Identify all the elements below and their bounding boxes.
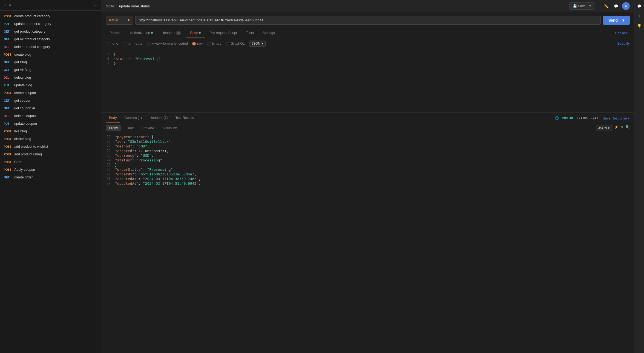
sidebar-item[interactable]: POSTCart [0, 158, 101, 166]
method-select[interactable]: POST ▾ [106, 16, 133, 25]
beautify-button[interactable]: Beautify [617, 42, 630, 45]
response-line-number: 20 [101, 140, 115, 143]
breadcrumb-root[interactable]: digitic [106, 4, 115, 8]
add-icon[interactable]: + [4, 3, 6, 8]
format-tab-pretty[interactable]: Pretty [106, 125, 121, 131]
body-option-binary[interactable]: binary [207, 42, 221, 45]
json-type-select[interactable]: JSON ▾ [249, 41, 266, 47]
request-tab-params[interactable]: Params [106, 28, 125, 38]
format-tab-raw[interactable]: Raw [123, 125, 137, 131]
method-badge: DEL [4, 45, 13, 49]
method-badge: PUT [4, 22, 13, 25]
response-line: 25 }, [101, 163, 634, 167]
filter-response-icon[interactable]: ⚡ [614, 125, 619, 131]
body-option-GraphQL[interactable]: GraphQL [226, 42, 245, 45]
sidebar-item[interactable]: POSTlike blog [0, 127, 101, 135]
line-content: "status": "Processing" [114, 57, 161, 61]
sidebar-item[interactable]: GETget coupon all [0, 104, 101, 112]
sidebar-item[interactable]: POSTcreate product category [0, 12, 101, 20]
method-badge: PUT [4, 84, 13, 87]
body-option-form-data[interactable]: form-data [123, 42, 142, 45]
sidebar-item[interactable]: GETget product category [0, 28, 101, 35]
right-panel-icon-3[interactable]: 💡 [636, 22, 643, 30]
method-badge: POST [4, 138, 13, 141]
send-button[interactable]: Send ▾ [603, 16, 630, 25]
line-content: { [114, 52, 116, 56]
editor-line: 3} [101, 61, 634, 66]
save-dropdown-icon[interactable]: ▾ [587, 4, 591, 8]
editor-line: 1{ [101, 52, 634, 56]
sidebar-header: + ≡ ··· [0, 0, 101, 11]
page-title: update order status [119, 4, 150, 8]
response-json-select[interactable]: JSON ▾ [596, 125, 612, 131]
send-dropdown-icon[interactable]: ▾ [620, 18, 624, 22]
response-body: 19 "paymentIntent": {20 "id": "83m5ml10w… [101, 133, 634, 353]
response-format-bar: PrettyRawPreviewVisualize JSON ▾ ⚡ ⧉ 🔍 [101, 123, 634, 133]
sidebar-item[interactable]: POSTcreate blog [0, 51, 101, 58]
copy-response-icon[interactable]: ⧉ [621, 125, 623, 131]
sidebar-item[interactable]: POSTadd product to wishlist [0, 143, 101, 150]
sidebar-item[interactable]: DELdelete product category [0, 43, 101, 51]
search-response-icon[interactable]: 🔍 [625, 125, 630, 131]
profile-icon[interactable]: A [622, 2, 630, 10]
item-label: get Blog [14, 60, 27, 64]
response-tab-headers--7-[interactable]: Headers (7) [146, 113, 171, 123]
sidebar-item[interactable]: POSTcreate coupon [0, 89, 101, 97]
body-option-x-www-form-urlencoded[interactable]: x-www-form-urlencoded [146, 42, 188, 45]
url-input[interactable] [135, 16, 601, 25]
response-area: BodyCookies (1)Headers (7)Test Results 🌐… [101, 113, 634, 353]
save-button[interactable]: 💾 Save ▾ [569, 2, 594, 10]
format-tab-visualize[interactable]: Visualize [160, 125, 180, 131]
radio-circle [207, 42, 211, 45]
line-number: 2 [101, 57, 114, 61]
method-badge: POST [4, 153, 13, 156]
request-tab-authorization[interactable]: Authorization [126, 28, 157, 38]
globe-icon: 🌐 [555, 116, 559, 120]
sidebar-item[interactable]: PUTupdate coupon [0, 120, 101, 127]
tab-badge: 10 [176, 31, 181, 35]
cookies-link[interactable]: Cookies [615, 31, 628, 35]
sidebar-item[interactable]: DELdelete blog [0, 74, 101, 81]
sidebar-item[interactable]: GETcreate order [0, 173, 101, 181]
response-line-content: "orderStatus": "Processing", [115, 167, 175, 172]
save-response-button[interactable]: Save Response ▾ [603, 116, 630, 120]
sidebar-item[interactable]: PUTupdate blog [0, 81, 101, 89]
sidebar-menu-icon[interactable]: ··· [94, 3, 97, 7]
sidebar-item[interactable]: DELdelete coupon [0, 112, 101, 120]
request-tab-headers[interactable]: Headers 10 [158, 28, 185, 38]
method-badge: GET [4, 69, 13, 72]
request-tab-pre-request-script[interactable]: Pre-request Script [206, 28, 241, 38]
response-tab-cookies--1-[interactable]: Cookies (1) [121, 113, 145, 123]
edit-icon[interactable]: ✏️ [602, 2, 610, 10]
item-label: add product to wishlist [14, 145, 48, 149]
format-tab-preview[interactable]: Preview [139, 125, 158, 131]
response-line: 22 "created": 1710650339731, [101, 149, 634, 153]
sidebar-item[interactable]: POSTadd product rating [0, 150, 101, 158]
right-panel-icon-1[interactable]: 💬 [636, 2, 643, 10]
filter-icon[interactable]: ≡ [9, 3, 11, 8]
right-panel-icon-2[interactable]: ℹ [636, 12, 643, 20]
body-option-raw[interactable]: raw [192, 42, 203, 45]
response-line: 23 "currency": "USD", [101, 153, 634, 158]
sidebar-item[interactable]: POSTApply coupon [0, 166, 101, 173]
topbar-dots[interactable]: ··· [597, 4, 600, 8]
response-tab-body[interactable]: Body [106, 113, 120, 123]
sidebar-item[interactable]: PUTupdate product category [0, 20, 101, 28]
request-tab-settings[interactable]: Settings [259, 28, 279, 38]
item-label: delete product category [14, 45, 50, 49]
sidebar-item[interactable]: GETget coupon [0, 97, 101, 104]
response-tab-test-results[interactable]: Test Results [172, 113, 197, 123]
response-line-number: 25 [101, 163, 115, 167]
response-line: 29 "updatedAt": "2024-03-17T04:51:40.694… [101, 181, 634, 186]
sidebar-item[interactable]: GETget Blog [0, 58, 101, 66]
sidebar-item[interactable]: POSTdislike blog [0, 135, 101, 143]
sidebar-item[interactable]: GETget All product category [0, 35, 101, 43]
request-tab-body[interactable]: Body [186, 28, 205, 38]
method-badge: GET [4, 30, 13, 33]
request-tab-tests[interactable]: Tests [242, 28, 258, 38]
sidebar-item[interactable]: GETget All Blog [0, 66, 101, 74]
body-option-none[interactable]: none [106, 42, 118, 45]
request-body-editor[interactable]: 1{2"status": "Processing"3} [101, 49, 634, 112]
response-line-number: 23 [101, 153, 115, 157]
comment-icon[interactable]: 💬 [612, 2, 620, 10]
